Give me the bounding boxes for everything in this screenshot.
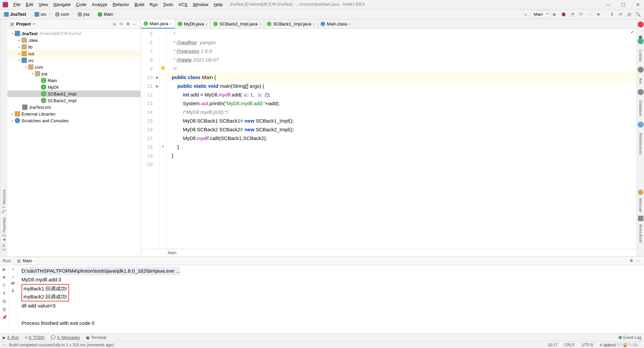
status-indent[interactable]: 4 spaces <box>596 343 619 347</box>
tree-iml[interactable]: JnaTest.iml <box>7 104 141 111</box>
hide-icon[interactable]: — <box>131 21 138 26</box>
run-config-select[interactable]: Main <box>531 11 549 18</box>
code-area[interactable]: 5 6 7 8 9 10 11 12 13 14 15 16 17 18 19 … <box>141 29 637 249</box>
tab-close-icon[interactable]: × <box>349 22 351 26</box>
status-tool-icon[interactable]: ▭ <box>3 343 6 347</box>
tree-lib[interactable]: ▸ lib <box>7 44 141 50</box>
status-position[interactable]: 10:17 <box>544 343 561 347</box>
close-button[interactable]: ✕ <box>635 2 641 7</box>
debug-button[interactable]: 🐞 <box>560 11 567 18</box>
dump-icon[interactable]: ⬇ <box>1 291 7 297</box>
tab-scback1[interactable]: C SCBack1_Impl.java × <box>264 19 318 28</box>
tree-scback2[interactable]: C SCBack2_Impl <box>7 97 141 104</box>
bulb-icon[interactable] <box>161 66 165 70</box>
event-log[interactable]: Event Log <box>619 335 641 340</box>
minimize-button[interactable]: — <box>605 2 612 7</box>
editor-breadcrumb-bottom[interactable]: Main <box>141 249 637 256</box>
right-tab-rest[interactable]: RestServices <box>639 131 643 157</box>
status-line-sep[interactable]: CRLF <box>561 343 578 347</box>
run-tab-close-icon[interactable]: × <box>34 259 36 263</box>
attach-button[interactable]: ⋯ <box>586 11 593 18</box>
stop-button[interactable]: ■ <box>595 11 602 18</box>
crumb-src[interactable]: src <box>33 12 48 17</box>
left-tab-favorites[interactable]: ★ 2: Favorites <box>2 217 6 242</box>
rest-icon[interactable] <box>638 122 644 128</box>
codota-icon[interactable] <box>638 38 644 44</box>
status-mem-icon[interactable]: ▭ <box>631 343 641 347</box>
coverage-button[interactable]: ◔ <box>569 11 576 18</box>
leetcode-icon[interactable] <box>638 190 643 195</box>
tree-scratch[interactable]: ▸ Scratches and Consoles <box>7 117 141 124</box>
ant-icon[interactable] <box>638 67 644 73</box>
run-settings-icon[interactable]: ✱ <box>628 258 635 263</box>
menu-refactor[interactable]: Refactor <box>110 2 132 7</box>
tab-mydll-java[interactable]: I MyDll.java × <box>175 19 211 28</box>
status-git-icon[interactable]: 🔒 <box>619 343 631 347</box>
tree-com[interactable]: ▾ com <box>7 64 141 70</box>
menu-window[interactable]: Window <box>190 2 211 7</box>
locate-icon[interactable]: ⊕ <box>111 21 118 26</box>
bottom-tab-todo[interactable]: ≡ 6: TODO <box>25 335 45 340</box>
tree-mydll[interactable]: I MyDll <box>7 84 141 90</box>
crumb-root[interactable]: JnaTest <box>3 12 28 17</box>
tab-main-class[interactable]: c Main.class × <box>318 19 354 28</box>
left-tab-structure[interactable]: ⎇ 7: Structure <box>2 190 6 214</box>
project-tree[interactable]: ▾ JnaTest D:\wbst\临时文件\JnaTest ▸ .idea ▸… <box>7 29 141 256</box>
run-hide-icon[interactable]: — <box>635 258 641 263</box>
pin-icon[interactable]: 📌 <box>1 315 7 321</box>
print-icon[interactable]: 🖶 <box>1 299 7 305</box>
tree-out[interactable]: ▸ out <box>7 50 141 57</box>
delete-icon[interactable]: 🗑 <box>1 307 7 313</box>
right-tab-ant[interactable]: Ant <box>639 76 643 86</box>
rerun-icon[interactable]: ▶ <box>1 267 7 273</box>
tab-close-icon[interactable]: × <box>206 22 208 26</box>
tree-main[interactable]: C Main <box>7 77 141 84</box>
project-dropdown-icon[interactable]: ▾ <box>33 22 35 26</box>
code-body[interactable]: * * @author yangsx * @version 1.0.0 * @d… <box>166 29 637 249</box>
menu-analyze[interactable]: Analyze <box>89 2 110 7</box>
up-icon[interactable]: ↑ <box>12 267 14 272</box>
right-tab-wordbook[interactable]: Word Book <box>639 223 643 244</box>
tab-close-icon[interactable]: × <box>259 22 261 26</box>
bottom-tab-terminal[interactable]: ▣ Terminal <box>86 335 106 340</box>
menu-vcs[interactable]: VCS <box>176 2 190 7</box>
bottom-tab-run[interactable]: ▶ 4: Run <box>3 335 19 340</box>
settings-icon[interactable]: ✱ <box>124 21 131 26</box>
maximize-button[interactable]: ☐ <box>620 2 627 7</box>
crumb-jna[interactable]: jna <box>76 12 91 17</box>
wrap-icon[interactable]: ⇄ <box>11 281 15 286</box>
menu-edit[interactable]: Edit <box>23 2 36 7</box>
fold-icon[interactable] <box>162 145 164 147</box>
stop-run-icon[interactable]: ■ <box>1 275 7 281</box>
menu-file[interactable]: File <box>11 2 23 7</box>
menu-navigate[interactable]: Navigate <box>51 2 73 7</box>
bottom-tab-messages[interactable]: 💬 0: Messages <box>51 335 80 340</box>
menu-help[interactable]: Help <box>211 2 225 7</box>
project-title[interactable]: Project <box>16 21 31 26</box>
tree-scback1[interactable]: C SCBack1_Impl <box>7 90 141 97</box>
menu-run[interactable]: Run <box>147 2 160 7</box>
translate-icon[interactable]: ⇄ <box>617 11 624 18</box>
profile-button[interactable]: ⟳ <box>578 11 584 18</box>
menu-tools[interactable]: Tools <box>160 2 176 7</box>
tree-root[interactable]: ▾ JnaTest D:\wbst\临时文件\JnaTest <box>7 30 141 37</box>
right-tab-devhelper[interactable]: 开发助手 <box>638 31 643 35</box>
status-encoding[interactable]: UTF-8 <box>578 343 596 347</box>
structure-icon[interactable]: ▤ <box>626 11 633 18</box>
inspection-ok-icon[interactable]: ✔ <box>631 29 634 34</box>
menu-code[interactable]: Code <box>73 2 89 7</box>
run-button[interactable]: ▶ <box>551 11 558 18</box>
run-console[interactable]: D:\silu\THSPALTFORM4\photon\tools\java\j… <box>17 265 644 333</box>
right-tab-codota[interactable]: Codota <box>639 48 643 63</box>
vcs-update-icon[interactable]: ⬇ <box>608 11 615 18</box>
crumb-main[interactable]: Main <box>96 12 114 17</box>
tree-idea[interactable]: ▸ .idea <box>7 37 141 44</box>
tab-close-icon[interactable]: × <box>313 22 315 26</box>
collapse-icon[interactable]: ⇆ <box>118 21 124 26</box>
tree-src[interactable]: ▾ src <box>7 57 141 64</box>
down-icon[interactable]: ↓ <box>12 274 14 279</box>
right-tab-leetcode[interactable]: leetcode <box>639 197 643 214</box>
line-gutter[interactable]: 5 6 7 8 9 10 11 12 13 14 15 16 17 18 19 … <box>141 29 160 249</box>
build-icon[interactable]: ↘ <box>522 11 529 18</box>
tab-main-java[interactable]: C Main.java × <box>141 19 175 28</box>
